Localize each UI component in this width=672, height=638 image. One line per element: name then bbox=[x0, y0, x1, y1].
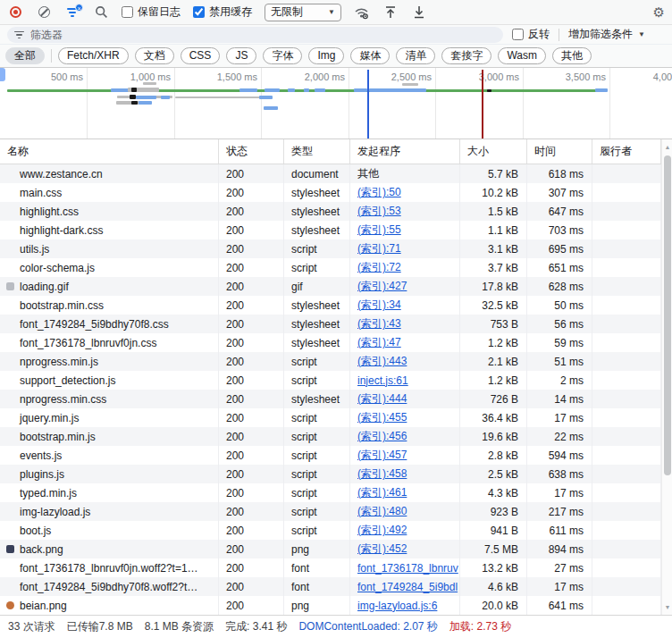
cell-status: 200 bbox=[219, 183, 284, 202]
invert-input[interactable] bbox=[512, 29, 524, 40]
search-button[interactable] bbox=[93, 4, 109, 21]
column-header-大小[interactable]: 大小 bbox=[460, 139, 527, 164]
filter-input[interactable] bbox=[30, 29, 496, 41]
table-row[interactable]: highlight-dark.css200stylesheet(索引):551.… bbox=[0, 221, 661, 239]
table-row[interactable]: beian.png200pngimg-lazyload.js:620.0 kB6… bbox=[0, 596, 661, 615]
initiator-link[interactable]: (索引):461 bbox=[357, 485, 407, 500]
table-row[interactable]: main.css200stylesheet(索引):5010.2 kB307 m… bbox=[0, 183, 661, 202]
table-row[interactable]: back.png200png(索引):4527.5 MB894 ms bbox=[0, 540, 661, 558]
table-row[interactable]: jquery.min.js200script(索引):45536.4 kB17 … bbox=[0, 408, 661, 427]
filter-chip-清单[interactable]: 清单 bbox=[396, 47, 435, 64]
filter-chip-CSS[interactable]: CSS bbox=[181, 47, 221, 64]
initiator-link[interactable]: font_1749284_5i9bdl bbox=[357, 581, 458, 593]
table-row[interactable]: bootstrap.min.css200stylesheet(索引):3432.… bbox=[0, 296, 661, 315]
initiator-link[interactable]: (索引):47 bbox=[357, 335, 401, 350]
initiator-link[interactable]: (索引):71 bbox=[357, 241, 401, 256]
initiator-link[interactable]: (索引):456 bbox=[357, 429, 407, 444]
table-row[interactable]: typed.min.js200script(索引):4614.3 kB17 ms bbox=[0, 483, 661, 502]
filter-chip-全部[interactable]: 全部 bbox=[5, 47, 45, 64]
filter-input-box[interactable] bbox=[7, 27, 503, 43]
more-filters-dropdown[interactable]: 增加筛选条件 ▼ bbox=[568, 27, 645, 42]
filter-chip-Wasm[interactable]: Wasm bbox=[498, 47, 546, 64]
request-name: boot.js bbox=[20, 525, 51, 537]
preserve-log-input[interactable] bbox=[122, 6, 133, 18]
scrollbar-thumb[interactable] bbox=[664, 155, 671, 475]
preserve-log-checkbox[interactable]: 保留日志 bbox=[122, 4, 181, 20]
scroll-down-icon[interactable]: ▼ bbox=[662, 604, 672, 610]
filter-chip-JS[interactable]: JS bbox=[226, 47, 256, 64]
timeline-overview[interactable]: 500 ms1,000 ms1,500 ms2,000 ms2,500 ms3,… bbox=[0, 68, 672, 139]
initiator-link[interactable]: (索引):458 bbox=[357, 466, 407, 482]
table-row[interactable]: bootstrap.min.js200script(索引):45619.6 kB… bbox=[0, 427, 661, 446]
table-row[interactable]: support_detection.js200scriptinject.js:6… bbox=[0, 371, 661, 390]
table-row[interactable]: font_1736178_lbnruvf0jn.css200stylesheet… bbox=[0, 333, 661, 352]
initiator-link[interactable]: inject.js:61 bbox=[357, 374, 408, 387]
filter-chip-媒体[interactable]: 媒体 bbox=[350, 47, 390, 64]
request-name: bootstrap.min.js bbox=[20, 431, 96, 443]
filter-toggle-button[interactable]: × bbox=[64, 4, 80, 21]
scroll-up-icon[interactable]: ▲ bbox=[662, 144, 672, 150]
initiator-link[interactable]: font_1736178_lbnruv bbox=[357, 562, 458, 575]
column-header-时间[interactable]: 时间 bbox=[527, 139, 592, 164]
request-name: loading.gif bbox=[20, 281, 69, 293]
record-icon bbox=[10, 6, 21, 18]
table-row[interactable]: events.js200script(索引):4572.8 kB594 ms bbox=[0, 446, 661, 465]
column-header-履行者[interactable]: 履行者 bbox=[592, 139, 661, 164]
cell-initiator: (索引):452 bbox=[350, 540, 460, 558]
cell-name: font_1736178_lbnruvf0jn.css bbox=[0, 333, 219, 352]
record-button[interactable] bbox=[7, 4, 23, 21]
initiator-link[interactable]: (索引):427 bbox=[357, 279, 407, 294]
clear-button[interactable] bbox=[36, 4, 52, 21]
initiator-link[interactable]: (索引):55 bbox=[357, 222, 401, 238]
table-row[interactable]: utils.js200script(索引):713.1 kB695 ms bbox=[0, 239, 661, 258]
column-header-发起程序[interactable]: 发起程序 bbox=[350, 139, 460, 164]
column-header-状态[interactable]: 状态 bbox=[219, 139, 284, 164]
table-row[interactable]: font_1749284_5i9bdhy70f8.woff2?t…200font… bbox=[0, 577, 661, 596]
table-row[interactable]: nprogress.min.css200stylesheet(索引):44472… bbox=[0, 390, 661, 408]
initiator-link[interactable]: (索引):43 bbox=[357, 316, 401, 332]
initiator-link[interactable]: (索引):452 bbox=[357, 541, 407, 557]
disable-cache-input[interactable] bbox=[193, 6, 205, 18]
initiator-link[interactable]: (索引):444 bbox=[357, 391, 407, 407]
vertical-scrollbar[interactable]: ▲ ▼ bbox=[661, 139, 672, 615]
overview-grip-handle[interactable] bbox=[0, 68, 5, 81]
initiator-link[interactable]: (索引):492 bbox=[357, 523, 407, 538]
column-header-名称[interactable]: 名称 bbox=[0, 139, 219, 164]
network-conditions-button[interactable] bbox=[354, 4, 370, 21]
settings-gear-icon[interactable]: ⚙ bbox=[653, 5, 665, 19]
filter-chip-其他[interactable]: 其他 bbox=[552, 47, 592, 64]
table-row[interactable]: nprogress.min.js200script(索引):4432.1 kB5… bbox=[0, 352, 661, 371]
throttling-select[interactable]: 无限制 ▼ bbox=[265, 4, 341, 21]
table-row[interactable]: plugins.js200script(索引):4582.5 kB638 ms bbox=[0, 465, 661, 483]
disable-cache-checkbox[interactable]: 禁用缓存 bbox=[193, 4, 252, 20]
filter-chip-文档[interactable]: 文档 bbox=[135, 47, 174, 64]
export-har-button[interactable] bbox=[411, 4, 427, 21]
column-header-类型[interactable]: 类型 bbox=[284, 139, 350, 164]
initiator-link[interactable]: (索引):34 bbox=[357, 298, 401, 313]
initiator-link[interactable]: (索引):50 bbox=[357, 185, 401, 200]
invert-checkbox[interactable]: 反转 bbox=[512, 27, 550, 42]
waterfall-bar bbox=[265, 88, 280, 92]
initiator-link[interactable]: (索引):53 bbox=[357, 204, 401, 219]
initiator-link[interactable]: (索引):443 bbox=[357, 354, 407, 369]
initiator-link[interactable]: (索引):480 bbox=[357, 504, 407, 519]
initiator-link[interactable]: (索引):455 bbox=[357, 410, 407, 425]
import-har-button[interactable] bbox=[382, 4, 399, 21]
table-row[interactable]: www.zestance.cn200document其他5.7 kB618 ms bbox=[0, 164, 661, 183]
cell-name: plugins.js bbox=[0, 465, 219, 483]
filter-chip-套接字[interactable]: 套接字 bbox=[441, 47, 491, 64]
filter-chip-Fetch/XHR[interactable]: Fetch/XHR bbox=[58, 47, 129, 64]
filter-chip-字体[interactable]: 字体 bbox=[263, 47, 302, 64]
table-row[interactable]: color-schema.js200script(索引):723.7 kB651… bbox=[0, 258, 661, 277]
table-row[interactable]: font_1749284_5i9bdhy70f8.css200styleshee… bbox=[0, 315, 661, 333]
initiator-link[interactable]: (索引):457 bbox=[357, 448, 407, 463]
table-row[interactable]: img-lazyload.js200script(索引):480923 B217… bbox=[0, 502, 661, 521]
filter-chip-Img[interactable]: Img bbox=[308, 47, 344, 64]
table-row[interactable]: font_1736178_lbnruvf0jn.woff2?t=1…200fon… bbox=[0, 558, 661, 577]
waterfall-bar bbox=[354, 88, 367, 92]
initiator-link[interactable]: (索引):72 bbox=[357, 260, 401, 275]
table-row[interactable]: loading.gif200gif(索引):42717.8 kB628 ms bbox=[0, 277, 661, 296]
table-row[interactable]: boot.js200script(索引):492941 B611 ms bbox=[0, 521, 661, 540]
table-row[interactable]: highlight.css200stylesheet(索引):531.5 kB6… bbox=[0, 202, 661, 221]
initiator-link[interactable]: img-lazyload.js:6 bbox=[357, 600, 437, 612]
